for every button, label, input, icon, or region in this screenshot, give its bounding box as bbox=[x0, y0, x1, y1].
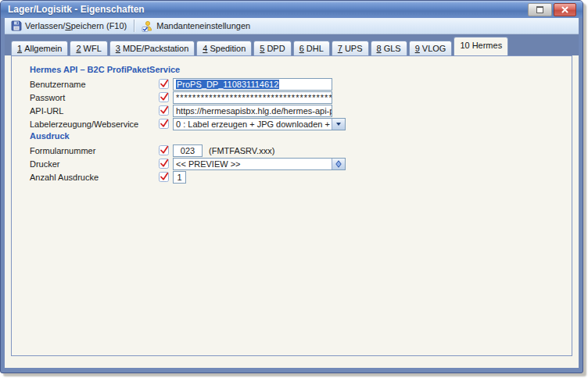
drucker-label: Drucker bbox=[30, 159, 159, 169]
field-enabled-check-icon[interactable] bbox=[159, 79, 169, 89]
anzahl-ausdrucke-label: Anzahl Ausdrucke bbox=[30, 173, 159, 182]
field-enabled-check-icon[interactable] bbox=[159, 119, 169, 129]
row-benutzername: Benutzername ProPS_DP_110831114612 bbox=[30, 77, 332, 91]
row-anzahl-ausdrucke: Anzahl Ausdrucke 1 bbox=[30, 170, 186, 184]
restore-icon bbox=[536, 6, 543, 13]
dialog-window: Lager/Logisitk - Eigenschaften bbox=[0, 0, 583, 373]
formularnummer-suffix: (FMTFASRV.xxx) bbox=[209, 146, 274, 155]
toolbar: Verlassen/Speichern (F10) Mandanteneinst… bbox=[5, 18, 579, 34]
window-controls bbox=[528, 3, 576, 16]
tab-allgemein[interactable]: 1Allgemein bbox=[11, 41, 68, 55]
tab-dpd[interactable]: 5DPD bbox=[253, 41, 291, 55]
labelerzeugung-dropdown[interactable]: 0 : Label erzeugen + JPG downloaden + Dr… bbox=[173, 118, 346, 130]
restore-button[interactable] bbox=[528, 3, 552, 16]
diamond-spinner-icon bbox=[335, 160, 342, 168]
window-title: Lager/Logisitk - Eigenschaften bbox=[1, 4, 145, 15]
labelerzeugung-label: Labelerzeugung/Webservice bbox=[30, 119, 159, 129]
tab-spedition[interactable]: 4Spedition bbox=[196, 41, 252, 55]
save-exit-button[interactable]: Verlassen/Speichern (F10) bbox=[8, 20, 131, 32]
chevron-down-icon bbox=[336, 123, 341, 126]
tab-list: 1Allgemein 2WFL 3MDE/Packstation 4Spedit… bbox=[11, 37, 510, 55]
row-passwort: Passwort *******************************… bbox=[30, 91, 332, 104]
tenant-settings-label: Mandanteneinstellungen bbox=[156, 21, 250, 30]
tab-wfl[interactable]: 2WFL bbox=[70, 41, 107, 55]
passwort-input[interactable]: **************************************** bbox=[173, 91, 332, 104]
section-title-ausdruck: Ausdruck bbox=[30, 131, 70, 141]
row-drucker: Drucker << PREVIEW >> bbox=[30, 157, 346, 170]
hermes-tab-panel: Hermes API – B2C ProfiPaketService Benut… bbox=[11, 55, 572, 356]
titlebar: Lager/Logisitk - Eigenschaften bbox=[1, 1, 583, 18]
close-button[interactable] bbox=[554, 3, 576, 16]
client-area: Verlassen/Speichern (F10) Mandanteneinst… bbox=[5, 18, 579, 368]
benutzername-input[interactable]: ProPS_DP_110831114612 bbox=[173, 78, 332, 91]
row-formularnummer: Formularnummer 023 (FMTFASRV.xxx) bbox=[30, 144, 274, 157]
tab-vlog[interactable]: 9VLOG bbox=[409, 41, 453, 55]
tab-dhl[interactable]: 6DHL bbox=[293, 41, 330, 55]
save-exit-label: Verlassen/Speichern (F10) bbox=[25, 21, 127, 30]
row-labelerzeugung: Labelerzeugung/Webservice 0 : Label erze… bbox=[30, 117, 346, 130]
tenant-settings-button[interactable]: Mandanteneinstellungen bbox=[138, 20, 255, 33]
section-title-hermes-api: Hermes API – B2C ProfiPaketService bbox=[30, 65, 180, 74]
api-url-label: API-URL bbox=[30, 106, 159, 116]
passwort-label: Passwort bbox=[30, 93, 159, 102]
field-enabled-check-icon[interactable] bbox=[159, 172, 169, 182]
save-floppy-icon bbox=[11, 20, 22, 31]
toolbar-separator bbox=[134, 20, 135, 32]
field-enabled-check-icon[interactable] bbox=[159, 92, 169, 102]
row-api-url: API-URL https://hermesapisbx.hlg.de/herm… bbox=[30, 104, 332, 117]
printer-picker-button[interactable] bbox=[332, 159, 345, 169]
tenant-settings-icon bbox=[141, 20, 153, 32]
formularnummer-input[interactable]: 023 bbox=[173, 144, 203, 157]
tab-gls[interactable]: 8GLS bbox=[371, 41, 407, 55]
field-enabled-check-icon[interactable] bbox=[159, 105, 169, 116]
selected-text: ProPS_DP_110831114612 bbox=[176, 80, 279, 89]
field-enabled-check-icon[interactable] bbox=[159, 145, 169, 155]
tab-ups[interactable]: 7UPS bbox=[332, 41, 369, 55]
field-enabled-check-icon[interactable] bbox=[159, 159, 169, 169]
drucker-dropdown[interactable]: << PREVIEW >> bbox=[173, 158, 346, 170]
anzahl-ausdrucke-input[interactable]: 1 bbox=[173, 171, 186, 184]
close-icon bbox=[561, 6, 568, 13]
benutzername-label: Benutzername bbox=[30, 80, 159, 89]
tab-strip: 1Allgemein 2WFL 3MDE/Packstation 4Spedit… bbox=[5, 34, 579, 55]
screen: Lager/Logisitk - Eigenschaften bbox=[0, 0, 588, 378]
tab-hermes-active[interactable]: 10Hermes bbox=[454, 37, 508, 55]
tab-mde-packstation[interactable]: 3MDE/Packstation bbox=[109, 41, 195, 55]
dropdown-button[interactable] bbox=[332, 119, 345, 130]
api-url-input[interactable]: https://hermesapisbx.hlg.de/hermes-api-p… bbox=[173, 105, 332, 117]
formularnummer-label: Formularnummer bbox=[30, 146, 159, 155]
